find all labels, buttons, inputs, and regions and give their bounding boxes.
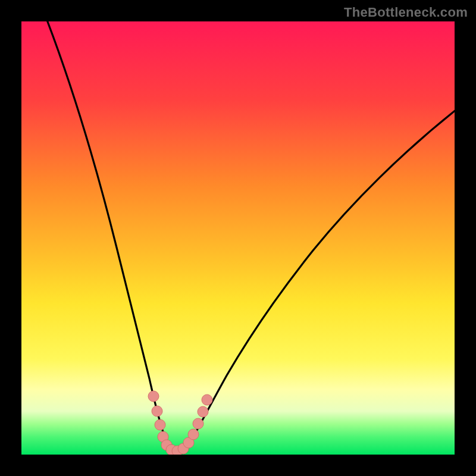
marker-dot [152,406,162,416]
marker-dots [21,21,455,455]
plot-area [21,21,455,455]
marker-dot [198,406,208,417]
marker-dot [155,419,165,430]
marker-dot [188,429,199,440]
watermark-text: TheBottleneck.com [344,5,468,20]
marker-dot [202,394,212,405]
chart-stage: TheBottleneck.com [0,0,476,476]
marker-dot [148,391,159,402]
marker-dot [193,418,203,429]
